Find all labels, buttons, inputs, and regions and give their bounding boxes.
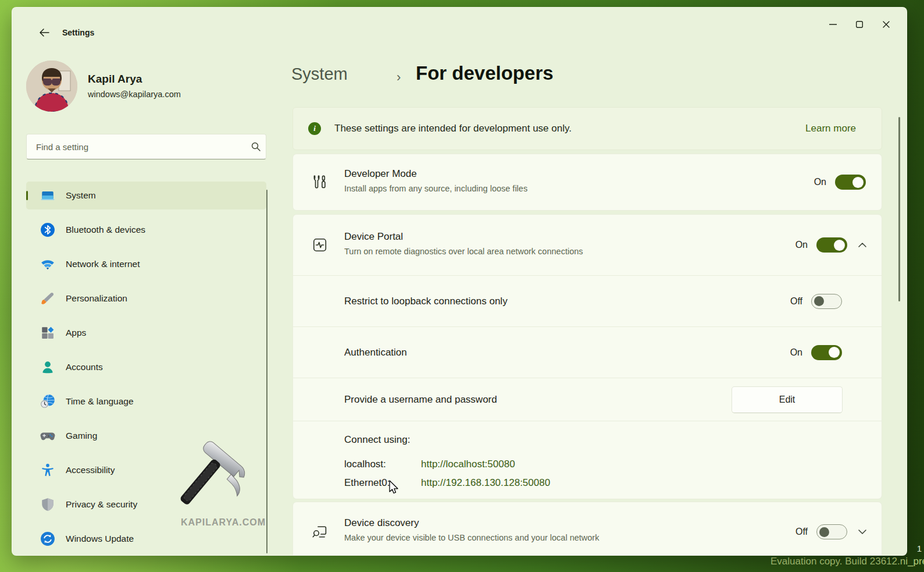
apps-icon (40, 325, 55, 340)
restrict-loopback-title: Restrict to loopback connections only (344, 296, 508, 307)
learn-more-link[interactable]: Learn more (805, 123, 856, 134)
sidebar-item-apps[interactable]: Apps (26, 319, 266, 347)
close-button[interactable] (873, 13, 900, 35)
sidebar-item-label: Windows Update (66, 534, 134, 544)
sidebar-item-network[interactable]: Network & internet (26, 250, 266, 278)
authentication-title: Authentication (344, 347, 407, 358)
privacy-security-icon (40, 497, 55, 512)
device-portal-icon (311, 236, 329, 254)
avatar[interactable] (26, 61, 77, 112)
sidebar-item-label: Gaming (66, 431, 97, 441)
device-portal-state: On (795, 240, 808, 250)
connect-using-heading: Connect using: (344, 434, 410, 446)
gaming-icon (40, 428, 55, 443)
main-scrollbar[interactable] (898, 117, 900, 301)
connect-ethernet-url[interactable]: http://192.168.130.128:50080 (421, 477, 550, 489)
device-discovery-state: Off (795, 527, 808, 537)
restrict-loopback-toggle[interactable] (811, 294, 842, 309)
profile-email: windows@kapilarya.com (88, 90, 181, 99)
sidebar-item-label: Bluetooth & devices (66, 225, 145, 235)
chevron-up-icon[interactable] (858, 243, 866, 247)
device-discovery-toggle[interactable] (816, 524, 847, 539)
developer-mode-title: Developer Mode (344, 168, 417, 180)
system-icon (40, 188, 55, 203)
breadcrumb-separator: › (397, 70, 401, 85)
avatar-photo (26, 61, 77, 112)
sidebar-item-label: Apps (66, 328, 86, 338)
developer-mode-subtitle: Install apps from any source, including … (344, 184, 527, 193)
search-icon[interactable] (246, 142, 266, 151)
window-title: Settings (62, 28, 94, 37)
sidebar-item-label: System (66, 190, 96, 201)
settings-window: Settings Kapil Arya windows@kapilarya.co… (12, 7, 907, 556)
connect-localhost-label: localhost: (344, 459, 386, 470)
connect-using-row: Connect using: localhost: http://localho… (293, 421, 882, 500)
credentials-row: Provide a username and password Edit (293, 378, 882, 421)
edit-button[interactable]: Edit (732, 386, 843, 413)
authentication-toggle[interactable] (811, 345, 842, 360)
device-portal-card: Device Portal Turn on remote diagnostics… (292, 214, 882, 499)
breadcrumb-parent[interactable]: System (291, 65, 348, 84)
time-language-icon (40, 394, 55, 409)
restrict-loopback-state: Off (790, 296, 802, 307)
search-input[interactable] (27, 142, 246, 152)
bluetooth-icon (40, 222, 55, 237)
sidebar-item-accounts[interactable]: Accounts (26, 353, 266, 381)
sidebar-item-windows-update[interactable]: Windows Update (26, 525, 266, 553)
back-arrow-icon (39, 29, 49, 37)
sidebar-scrollbar[interactable] (266, 190, 267, 553)
sidebar-item-accessibility[interactable]: Accessibility (26, 456, 266, 484)
sidebar-item-time-language[interactable]: Time & language (26, 388, 266, 415)
credentials-title: Provide a username and password (344, 394, 497, 406)
minimize-button[interactable] (819, 13, 846, 35)
device-portal-title: Device Portal (344, 231, 403, 243)
sidebar-item-label: Privacy & security (66, 499, 137, 510)
connect-localhost-url[interactable]: http://localhost:50080 (421, 459, 515, 470)
desktop-corner-text: 1 (917, 543, 922, 553)
evaluation-watermark: Evaluation copy. Build 23612.ni_pre (770, 556, 924, 567)
developer-mode-card: Developer Mode Install apps from any sou… (292, 154, 882, 211)
developer-mode-state: On (814, 177, 826, 187)
sidebar-item-gaming[interactable]: Gaming (26, 422, 266, 450)
connect-ethernet-label: Ethernet0: (344, 477, 390, 489)
authentication-state: On (790, 347, 802, 358)
watermark-text: KAPILARYA.COM (174, 517, 273, 528)
device-portal-subtitle: Turn on remote diagnostics over local ar… (344, 247, 583, 256)
network-icon (40, 257, 55, 272)
sidebar-item-personalization[interactable]: Personalization (26, 285, 266, 312)
sidebar-item-privacy[interactable]: Privacy & security (26, 491, 266, 518)
profile-name: Kapil Arya (88, 73, 142, 86)
page-title: For developers (416, 62, 554, 84)
developer-mode-icon (311, 173, 329, 191)
search-box[interactable] (26, 134, 266, 159)
sidebar-item-label: Personalization (66, 293, 127, 304)
maximize-button[interactable] (846, 13, 873, 35)
developer-mode-toggle[interactable] (835, 175, 866, 190)
info-icon: i (308, 122, 321, 135)
dev-warning-banner: i These settings are intended for develo… (292, 107, 882, 150)
back-button[interactable] (35, 24, 53, 41)
minimize-icon (829, 24, 837, 25)
close-icon (883, 21, 890, 28)
maximize-icon (856, 21, 863, 28)
device-discovery-title: Device discovery (344, 517, 419, 529)
device-portal-toggle[interactable] (816, 237, 847, 253)
sidebar-nav: System Bluetooth & devices Network & int… (26, 182, 266, 556)
sidebar-item-label: Time & language (66, 396, 134, 407)
device-discovery-icon (311, 523, 329, 541)
device-discovery-card: Device discovery Make your device visibl… (292, 502, 882, 556)
device-discovery-header[interactable]: Device discovery Make your device visibl… (293, 502, 882, 556)
sidebar-item-label: Accessibility (66, 465, 115, 475)
sidebar-item-system[interactable]: System (26, 182, 266, 209)
authentication-row: Authentication On (293, 326, 882, 378)
sidebar-item-bluetooth[interactable]: Bluetooth & devices (26, 216, 266, 244)
chevron-down-icon[interactable] (858, 530, 866, 534)
restrict-loopback-row: Restrict to loopback connections only Of… (293, 275, 882, 326)
device-discovery-subtitle: Make your device visible to USB connecti… (344, 533, 599, 542)
windows-update-icon (40, 531, 55, 546)
personalization-icon (40, 291, 55, 306)
device-portal-header[interactable]: Device Portal Turn on remote diagnostics… (293, 215, 882, 275)
accounts-icon (40, 360, 55, 375)
accessibility-icon (40, 463, 55, 478)
sidebar-item-label: Network & internet (66, 259, 140, 269)
